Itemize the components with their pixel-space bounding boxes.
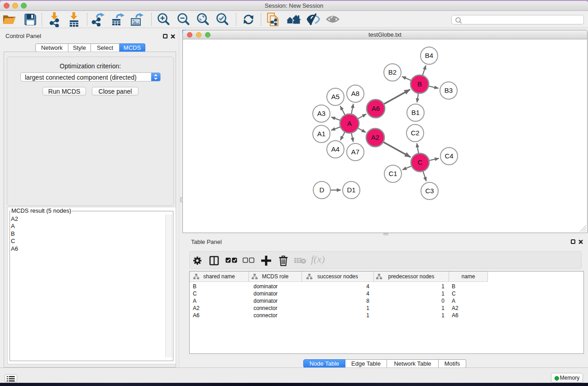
svg-text:C1: C1 bbox=[388, 170, 397, 177]
svg-text:B2: B2 bbox=[388, 68, 397, 76]
svg-text:A1: A1 bbox=[317, 130, 325, 138]
svg-text:A3: A3 bbox=[317, 110, 325, 117]
svg-text:B3: B3 bbox=[445, 86, 453, 94]
svg-text:A8: A8 bbox=[351, 90, 359, 97]
svg-text:B4: B4 bbox=[425, 52, 433, 59]
svg-text:A4: A4 bbox=[331, 145, 339, 153]
svg-text:C: C bbox=[418, 158, 423, 166]
svg-text:A: A bbox=[347, 119, 352, 127]
svg-text:B: B bbox=[417, 80, 422, 88]
svg-text:D: D bbox=[320, 186, 325, 194]
svg-text:C3: C3 bbox=[425, 187, 434, 195]
svg-text:C4: C4 bbox=[445, 152, 453, 160]
svg-text:B1: B1 bbox=[411, 109, 420, 116]
svg-text:C2: C2 bbox=[411, 129, 419, 137]
svg-text:A7: A7 bbox=[351, 148, 359, 156]
svg-text:A5: A5 bbox=[331, 93, 339, 100]
svg-text:D1: D1 bbox=[347, 186, 355, 194]
svg-text:A6: A6 bbox=[372, 105, 380, 112]
svg-text:A2: A2 bbox=[371, 133, 379, 141]
